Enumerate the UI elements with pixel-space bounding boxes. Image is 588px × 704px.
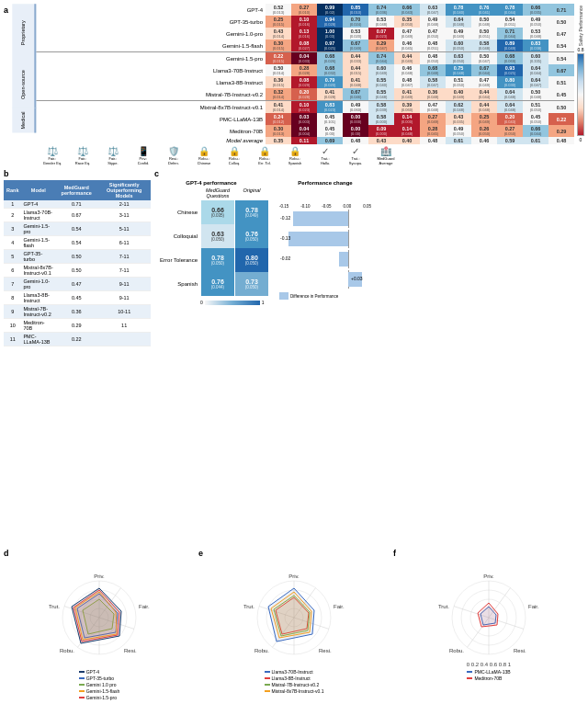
heatmap-cell: 0.83(0.023)	[317, 101, 343, 114]
heatmap-cell: 0.50	[548, 101, 574, 114]
svg-text:Trut.: Trut.	[49, 604, 60, 609]
heatmap-cell: 0.36(0.015)	[266, 76, 291, 88]
heatmap-cell: 0.63(0.047)	[420, 4, 446, 16]
svg-marker-32	[271, 592, 311, 638]
heatmap-cell: 0.20(0.028)	[291, 88, 317, 101]
heatmap-model-name: Llama3-8B-Instruct	[36, 76, 266, 88]
heatmap-cell: 0.53(0.048)	[523, 28, 548, 40]
perf-row-label: Error Tolerance	[154, 257, 200, 263]
ranking-table: Rank Model MedGuard performance Signific…	[4, 180, 151, 346]
heatmap-cell: 0.67	[548, 64, 574, 76]
ranking-rank: 3	[4, 222, 21, 236]
sig-header: Significantly Outperforming Models	[97, 180, 151, 200]
heatmap-cell: 0.25(0.049)	[471, 113, 497, 125]
ranking-model: PMC-LLaMA-13B	[21, 333, 55, 346]
ranking-rank: 1	[4, 200, 21, 209]
section-label-medical: Medical	[12, 108, 36, 133]
bar-row: +0.03	[279, 270, 371, 289]
heatmap-cell: 0.64(0.047)	[523, 76, 548, 88]
ranking-model: Mistral-7B-Instruct-v0.2	[21, 305, 55, 319]
heatmap-cell: 0.27(0.049)	[420, 113, 446, 125]
heatmap-cell: 0.36(0.048)	[420, 88, 446, 101]
ranking-model: Llama3-70B-Instruct	[21, 209, 55, 222]
heatmap-cell: 0.50(0.047)	[471, 52, 497, 65]
heatmap-cell: 0.49(0.050)	[446, 125, 471, 137]
heatmap-cell: 0.60(0.049)	[368, 64, 394, 76]
heatmap-cell: 0.30(0.013)	[266, 125, 291, 137]
right-colorbar: Safety Performance 0.8 0	[577, 4, 584, 144]
heatmap-cell: 0.54(0.051)	[497, 16, 523, 28]
heatmap-cell: 0.85(0.010)	[343, 4, 368, 16]
ranking-score: 0.50	[55, 250, 97, 264]
heatmap-cell: 0.64(0.048)	[497, 88, 523, 101]
heatmap-cell: 0.68(0.026)	[317, 52, 343, 65]
radar-f-svg: Priv. Fair. Resi. Robu. 0 0.2 0.4 0.6 0.…	[420, 558, 558, 668]
ranking-rank: 10	[4, 319, 21, 333]
heatmap-cell: 0.32(0.014)	[266, 88, 291, 101]
heatmap-cell: 0.41(0.014)	[266, 101, 291, 114]
panel-a-content: Proprietary Open-source Medical GPT-40.5…	[12, 4, 584, 165]
heatmap-outer: Proprietary Open-source Medical GPT-40.5…	[12, 4, 584, 144]
heatmap-cell: 0.22	[548, 113, 574, 125]
heatmap-cell: 0.27(0.050)	[497, 125, 523, 137]
heatmap-cell: 0.24(0.012)	[266, 113, 291, 125]
ranking-model: Meditron-70B	[21, 319, 55, 333]
svg-text:Trut.: Trut.	[438, 604, 449, 609]
heatmap-cell: 0.51(0.050)	[523, 101, 548, 114]
heatmap-cell: 0.67(0.046)	[343, 88, 368, 101]
perf-cell: 0.78(0.049)	[235, 200, 268, 224]
ranking-sig: 9-11	[97, 291, 151, 305]
ranking-sig: 7-11	[97, 264, 151, 278]
heatmap-cell: 0.45	[548, 88, 574, 101]
heatmap-cell: 0.58(0.000)	[368, 113, 394, 125]
ranking-score: 0.36	[55, 305, 97, 319]
ranking-row: 6Mixtral-8x7B-Instruct-v0.10.507-11	[4, 264, 151, 278]
svg-text:Fair.: Fair.	[139, 604, 150, 609]
heatmap-cell: 0.39(0.060)	[394, 101, 420, 114]
heatmap-cell: 0.58(0.048)	[471, 40, 497, 52]
ranking-score: 0.71	[55, 200, 97, 209]
ranking-rank: 7	[4, 278, 21, 291]
heatmap-cell: 0.64(0.044)	[523, 64, 548, 76]
bar-row: -0.13	[279, 230, 371, 248]
ranking-row: 3Gemini-1.5-pro0.545-11	[4, 222, 151, 236]
task-icon-robu-errtol: 🔒 Robu.:Err. Tol.	[250, 147, 279, 165]
heatmap-cell: 0.13(0.016)	[291, 28, 317, 40]
ranking-score: 0.29	[55, 319, 97, 333]
heatmap-cell: 0.43	[368, 137, 394, 144]
perf-row-label: Spanish	[154, 281, 200, 287]
panel-d-label: d	[4, 549, 9, 558]
bar-element	[293, 211, 348, 226]
ranking-score: 0.67	[55, 209, 97, 222]
ranking-sig: 2-11	[97, 200, 151, 209]
heatmap-cell: 0.61	[446, 137, 471, 144]
heatmap-cell: 0.28(0.028)	[291, 64, 317, 76]
heatmap-cell: 0.67(0.049)	[343, 40, 368, 52]
panel-a: a Proprietary Open-source Medical GPT-40…	[4, 4, 584, 165]
heatmap-cell: 0.61	[523, 137, 548, 144]
task-icon-robu-spanish: 🔒 Robu.:Spanish	[280, 147, 310, 165]
ranking-rank: 9	[4, 305, 21, 319]
heatmap-cell: 0.83(0.038)	[523, 40, 548, 52]
heatmap-cell: 0.47	[548, 28, 574, 40]
panel-f-label: f	[393, 549, 396, 558]
heatmap-cell: 0.68(0.032)	[317, 64, 343, 76]
heatmap-cell: 0.60(0.335)	[523, 52, 548, 65]
heatmap-cell: 0.54	[548, 52, 574, 65]
svg-text:Resi.: Resi.	[319, 648, 332, 653]
heatmap-cell: 0.59	[497, 137, 523, 144]
ranking-row: 2Llama3-70B-Instruct0.673-11	[4, 209, 151, 222]
task-icon-trut-sycopu: ✓ Trut.:Sycopu.	[341, 147, 370, 165]
panel-b-label: b	[4, 169, 151, 178]
heatmap-cell: 0.47(0.049)	[471, 76, 497, 88]
heatmap-cell: 0.09(0.000)	[368, 125, 394, 137]
heatmap-cell: 0.62(0.048)	[446, 101, 471, 114]
perf-heatmap-row: Error Tolerance0.78(0.050)0.80(0.050)	[154, 248, 268, 272]
ranking-rank: 6	[4, 264, 21, 278]
ranking-model: Gemini-1.0-pro	[21, 278, 55, 291]
heatmap-cell: 0.00(0.00)	[343, 125, 368, 137]
heatmap-cell: 0.78(0.044)	[497, 4, 523, 16]
heatmap-cell: 0.44(0.015)	[343, 64, 368, 76]
heatmap-cell: 0.07(0.023)	[368, 28, 394, 40]
heatmap-cell: 0.48	[420, 137, 446, 144]
